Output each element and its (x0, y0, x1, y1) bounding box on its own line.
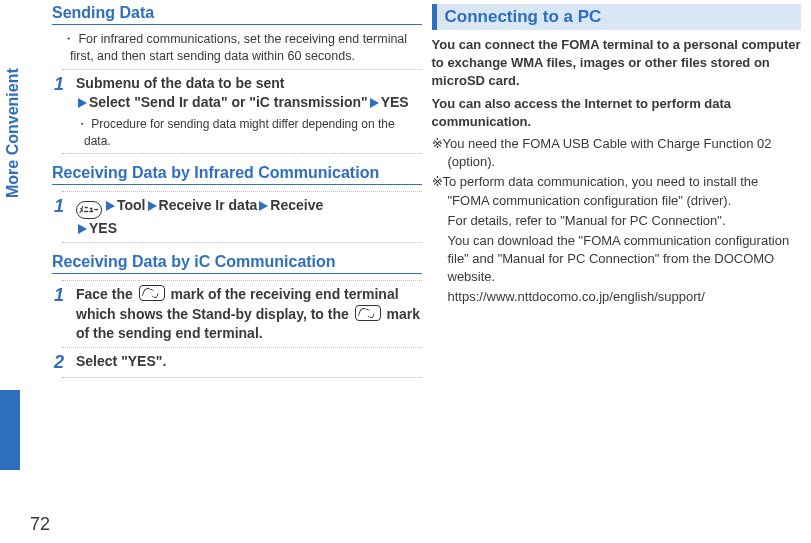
arrow-icon (370, 98, 379, 108)
heading-receive-ir: Receiving Data by Infrared Communication (52, 164, 422, 185)
divider (62, 377, 422, 378)
side-tab-bar (0, 390, 20, 470)
connect-note-url: https://www.nttdocomo.co.jp/english/supp… (432, 288, 802, 306)
page-number: 72 (30, 514, 50, 535)
side-tab-label: More Convenient (4, 68, 22, 198)
step-number: 1 (54, 74, 68, 113)
menu-button-icon: ﾒﾆｭｰ (76, 201, 102, 219)
ic1-text-a: Face the (76, 286, 137, 302)
ic-step-1: 1 Face the mark of the receiving end ter… (52, 285, 422, 343)
arrow-icon (148, 201, 157, 211)
connect-note-1: ※You need the FOMA USB Cable with Charge… (432, 135, 802, 171)
ir-tool: Tool (117, 197, 146, 213)
heading-receive-ic: Receiving Data by iC Communication (52, 253, 422, 274)
arrow-icon (259, 201, 268, 211)
ir-receive2: Receive (270, 197, 323, 213)
divider (62, 280, 422, 281)
sending-step-1: 1 Submenu of the data to be sent Select … (52, 74, 422, 113)
divider (62, 153, 422, 154)
heading-connecting-pc: Connecting to a PC (432, 4, 802, 30)
divider (62, 242, 422, 243)
right-column: Connecting to a PC You can connect the F… (432, 4, 802, 503)
connect-intro-2: You can also access the Internet to perf… (432, 95, 802, 131)
arrow-icon (78, 98, 87, 108)
step1-line1: Submenu of the data to be sent (76, 75, 284, 91)
ir-yes: YES (89, 220, 117, 236)
step-number: 1 (54, 196, 68, 239)
felica-mark-icon (355, 305, 381, 321)
ir-step-1: 1 ﾒﾆｭｰToolReceive Ir dataReceive YES (52, 196, 422, 239)
step-number: 2 (54, 352, 68, 373)
connect-note-2b: For details, refer to "Manual for PC Con… (432, 212, 802, 230)
divider (62, 191, 422, 192)
step-number: 1 (54, 285, 68, 343)
sending-note: For infrared communications, set the rec… (52, 31, 422, 65)
connect-intro-1: You can connect the FOMA terminal to a p… (432, 36, 802, 91)
step1-select: Select "Send Ir data" or "iC transmissio… (89, 94, 368, 110)
arrow-icon (78, 224, 87, 234)
step1-yes: YES (381, 94, 409, 110)
ic-step-2: 2 Select "YES". (52, 352, 422, 373)
heading-sending-data: Sending Data (52, 4, 422, 25)
divider (62, 69, 422, 70)
ir-receive: Receive Ir data (159, 197, 258, 213)
ic2-body: Select "YES". (76, 352, 166, 373)
step1-subnote: Procedure for sending data might differ … (52, 116, 422, 148)
left-column: Sending Data For infrared communications… (52, 4, 422, 503)
connect-note-2c: You can download the "FOMA communication… (432, 232, 802, 287)
divider (62, 347, 422, 348)
arrow-icon (106, 201, 115, 211)
connect-note-2: ※To perform data communication, you need… (432, 173, 802, 209)
felica-mark-icon (139, 285, 165, 301)
